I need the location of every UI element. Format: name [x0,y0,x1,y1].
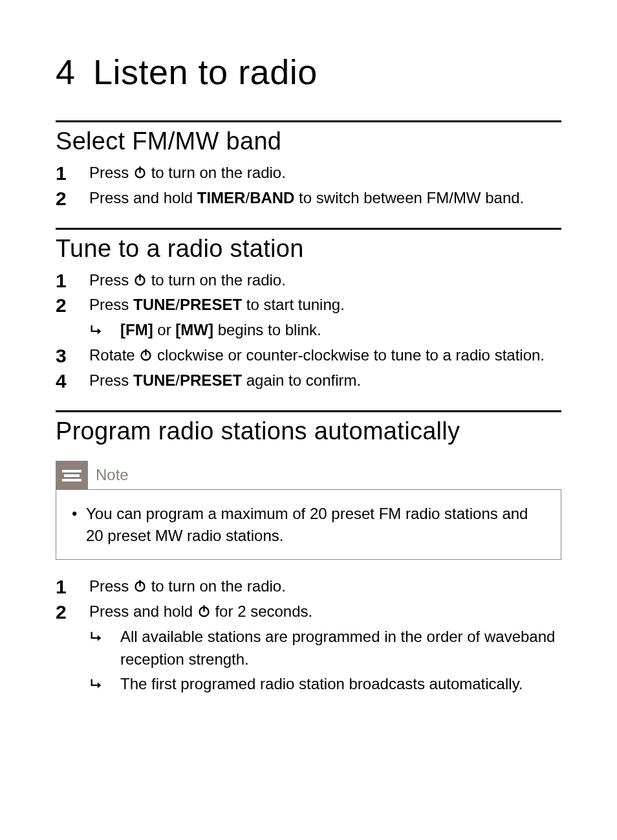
step-result: [FM] or [MW] begins to blink. [89,319,561,342]
power-icon [133,271,147,289]
button-label: TIMER [197,189,246,206]
note-box: Note You can program a maximum of 20 pre… [56,461,561,560]
power-icon [139,346,153,364]
step-text: to turn on the radio. [147,577,286,595]
button-label: TUNE [133,296,175,313]
note-header: Note [56,461,561,489]
note-body: You can program a maximum of 20 preset F… [56,489,561,560]
step-text: Press [89,371,133,389]
result-arrow-icon [89,322,103,344]
step-list: Press to turn on the radio. Press and ho… [56,575,561,696]
step-item: Press and hold TIMER/BAND to switch betw… [56,187,561,210]
step-list: Press to turn on the radio. Press TUNE/P… [56,269,561,392]
divider [56,410,561,412]
step-text: to turn on the radio. [147,164,286,181]
step-result: The first programed radio station broadc… [89,673,561,696]
step-text: All available stations are programmed in… [120,628,555,668]
chapter-title: Listen to radio [93,52,318,92]
step-text: for 2 seconds. [211,602,312,620]
step-text: Press [89,164,133,181]
note-label: Note [96,466,129,484]
power-icon [197,602,211,620]
button-label: PRESET [180,296,242,313]
step-text: begins to blink. [213,321,321,338]
result-arrow-icon [89,628,103,651]
step-item: Press and hold for 2 seconds. All availa… [56,601,561,696]
step-item: Press TUNE/PRESET again to confirm. [56,370,561,392]
step-text: to turn on the radio. [147,271,286,289]
step-result: All available stations are programmed in… [89,626,561,671]
result-arrow-icon [89,676,103,698]
step-text: Rotate [89,346,139,364]
step-text: to switch between FM/MW band. [294,189,524,206]
step-text: Press [89,577,133,595]
divider [56,228,561,230]
chapter-number: 4 [56,52,93,92]
manual-page: 4 Listen to radio Select FM/MW band Pres… [0,0,617,696]
note-item: You can program a maximum of 20 preset F… [70,503,547,548]
button-label: PRESET [180,371,242,389]
power-icon [133,577,147,595]
step-item: Rotate clockwise or counter-clockwise to… [56,344,561,367]
step-text: The first programed radio station broadc… [120,675,523,692]
power-icon [133,164,147,181]
step-text: Press [89,271,133,289]
section-title: Program radio stations automatically [56,417,561,445]
step-text: Press and hold [89,602,197,620]
step-item: Press to turn on the radio. [56,269,561,292]
step-list: Press to turn on the radio. Press and ho… [56,162,561,210]
section-title: Tune to a radio station [56,235,561,263]
button-label: TUNE [133,371,175,389]
step-text: Press [89,296,133,313]
step-item: Press TUNE/PRESET to start tuning. [FM] … [56,294,561,342]
step-text: or [153,321,176,338]
button-label: BAND [250,189,294,206]
divider [56,120,561,122]
step-text: clockwise or counter-clockwise to tune t… [153,346,545,364]
section-title: Select FM/MW band [56,127,561,155]
step-text: Press and hold [89,189,197,206]
display-label: [MW] [175,321,213,338]
step-text: to start tuning. [242,296,345,313]
note-icon [56,461,88,489]
step-item: Press to turn on the radio. [56,575,561,598]
chapter-header: 4 Listen to radio [56,52,561,92]
step-text: again to confirm. [242,371,361,389]
step-item: Press to turn on the radio. [56,162,561,184]
display-label: [FM] [120,321,153,338]
